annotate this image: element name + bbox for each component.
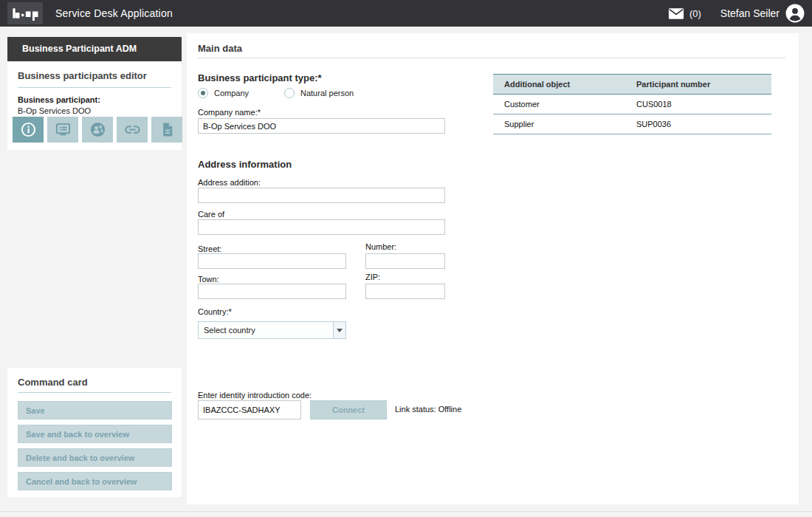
topbar: Service Desk Application (0) Stefan Seil… [0,0,812,27]
topbar-right: (0) Stefan Seiler [668,4,805,23]
tab-notes-button[interactable] [47,117,78,143]
contacts-icon [89,121,106,138]
company-name-label: Company name:* [198,108,261,117]
cell-number: CUS0018 [636,95,771,114]
connect-button[interactable]: Connect [310,400,387,420]
cell-number: SUP0036 [636,114,771,134]
participant-label: Business participant: [18,95,171,104]
country-select[interactable]: Select country [198,321,346,339]
company-name-input[interactable] [198,118,445,134]
table-row[interactable]: Supplier SUP0036 [493,114,771,134]
editor-title: Business participants editor [18,70,171,81]
command-card-title: Command card [18,377,171,388]
tab-contacts-button[interactable] [82,117,113,143]
radio-natural-person-circle[interactable] [284,88,295,98]
main-data-divider [198,58,785,58]
cell-object: Supplier [493,114,636,134]
country-select-arrow-button[interactable] [333,322,345,338]
street-input[interactable] [198,253,346,269]
identity-code-input[interactable] [198,400,301,420]
participant-name: B-Op Services DOO [18,106,171,115]
radio-natural-person-label: Natural person [300,89,354,97]
care-of-label: Care of [198,210,224,219]
command-card-panel: Command card Save Save and back to overv… [7,368,182,497]
app-logo [7,2,43,24]
town-label: Town: [198,275,219,284]
radio-company-circle[interactable] [198,88,208,98]
radio-natural-person[interactable]: Natural person [284,88,354,98]
number-input[interactable] [365,253,445,269]
table-header-additional-object: Additional object [493,75,636,95]
chevron-down-icon [337,329,343,332]
module-title: Business Participant ADM [7,37,182,61]
number-label: Number: [365,242,396,251]
save-button[interactable]: Save [18,401,172,420]
cancel-back-button[interactable]: Cancel and back to overview [18,472,172,490]
mail-icon [668,7,684,20]
tab-info-button[interactable] [13,117,44,143]
radio-company[interactable]: Company [198,88,284,98]
address-addition-input[interactable] [198,188,445,203]
info-icon [20,121,37,138]
identity-code-label: Enter identity introduction code: [198,391,312,400]
address-section-title: Address information [198,159,292,170]
zip-label: ZIP: [365,273,380,281]
sidebar-divider [18,87,171,88]
user-name: Stefan Seiler [720,7,780,19]
radio-company-label: Company [214,89,249,97]
participant-type-label: Business participant type:* [198,72,322,83]
main-data-panel: Main data Business participant type:* Co… [187,33,799,504]
table-row[interactable]: Customer CUS0018 [493,95,771,114]
cell-object: Customer [493,95,636,114]
bop-logo-icon [10,5,40,21]
link-icon [124,121,141,138]
save-back-button[interactable]: Save and back to overview [18,425,172,443]
footer-divider [0,511,812,512]
address-addition-label: Address addition: [198,178,261,187]
app-title: Service Desk Application [55,7,173,19]
mail-button[interactable]: (0) [668,7,701,20]
delete-back-button[interactable]: Delete and back to overview [18,448,172,467]
user-avatar-icon[interactable] [785,4,805,23]
participant-tool-tabs [13,117,182,143]
participant-type-radios: Company Natural person [198,88,354,98]
link-status-text: Link status: Offline [395,405,461,414]
main-data-title: Main data [198,43,242,54]
zip-input[interactable] [365,284,445,299]
country-label: Country:* [198,307,232,316]
tab-links-button[interactable] [117,117,148,143]
table-header-row: Additional object Participant number [493,75,771,95]
care-of-input[interactable] [198,219,445,235]
street-label: Street: [198,244,221,253]
notes-board-icon [55,121,72,138]
document-icon [159,121,176,138]
command-buttons: Save Save and back to overview Delete an… [18,401,172,490]
sidebar-panel: Business Participant ADM Business partic… [7,37,182,150]
command-card-divider [18,392,171,393]
country-select-value: Select country [199,326,333,335]
table-header-participant-number: Participant number [636,75,771,95]
tab-documents-button[interactable] [151,117,182,143]
additional-objects-table: Additional object Participant number Cus… [493,74,771,134]
mail-count: (0) [689,8,701,19]
town-input[interactable] [198,284,346,299]
